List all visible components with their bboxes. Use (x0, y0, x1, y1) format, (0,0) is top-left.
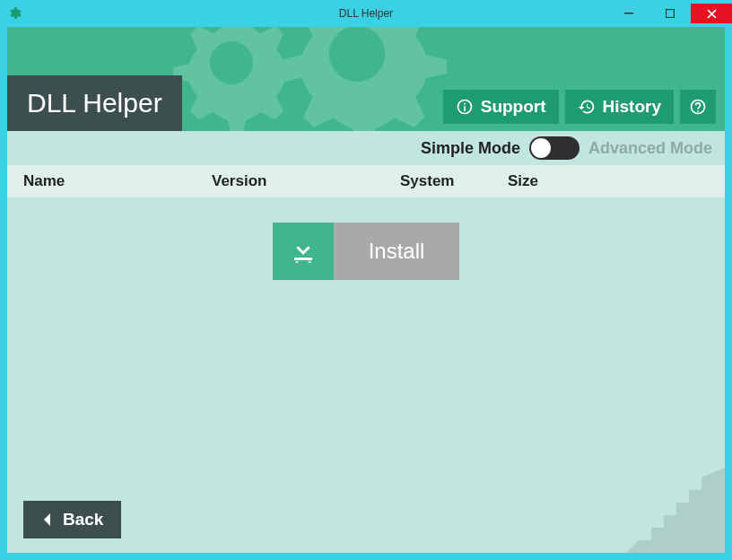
mode-toggle-row: Simple Mode Advanced Mode (7, 131, 725, 165)
minimize-button[interactable] (608, 4, 649, 23)
header-bar: DLL Helper Support History (7, 27, 725, 131)
watermark-decoration (626, 468, 725, 553)
chevron-left-icon (41, 513, 54, 526)
history-label: History (603, 97, 661, 117)
support-button[interactable]: Support (443, 90, 559, 124)
close-button[interactable] (691, 4, 732, 23)
info-icon (456, 98, 474, 116)
column-version: Version (212, 172, 400, 190)
help-button[interactable] (680, 90, 716, 124)
maximize-button[interactable] (649, 4, 691, 23)
back-label: Back (63, 510, 103, 529)
app-title-box: DLL Helper (7, 75, 182, 131)
column-header-row: Name Version System Size (7, 165, 725, 197)
install-button[interactable]: Install (273, 223, 459, 280)
back-button[interactable]: Back (23, 501, 121, 538)
svg-rect-0 (624, 13, 633, 14)
svg-rect-1 (667, 10, 675, 18)
app-title: DLL Helper (27, 88, 162, 118)
support-label: Support (481, 97, 546, 117)
download-icon (273, 223, 334, 280)
column-system: System (400, 172, 508, 190)
main-window: DLL Helper Support History Simple Mode A… (7, 27, 725, 553)
history-button[interactable]: History (565, 90, 674, 124)
column-size: Size (508, 172, 709, 190)
advanced-mode-label: Advanced Mode (588, 139, 712, 158)
toggle-knob (531, 138, 551, 158)
column-name: Name (23, 172, 212, 190)
simple-mode-label: Simple Mode (421, 139, 520, 158)
title-bar: DLL Helper (0, 0, 732, 27)
app-gear-icon (7, 6, 22, 21)
install-label: Install (334, 223, 459, 280)
help-icon (689, 98, 707, 116)
history-icon (578, 98, 596, 116)
mode-toggle[interactable] (529, 136, 580, 160)
